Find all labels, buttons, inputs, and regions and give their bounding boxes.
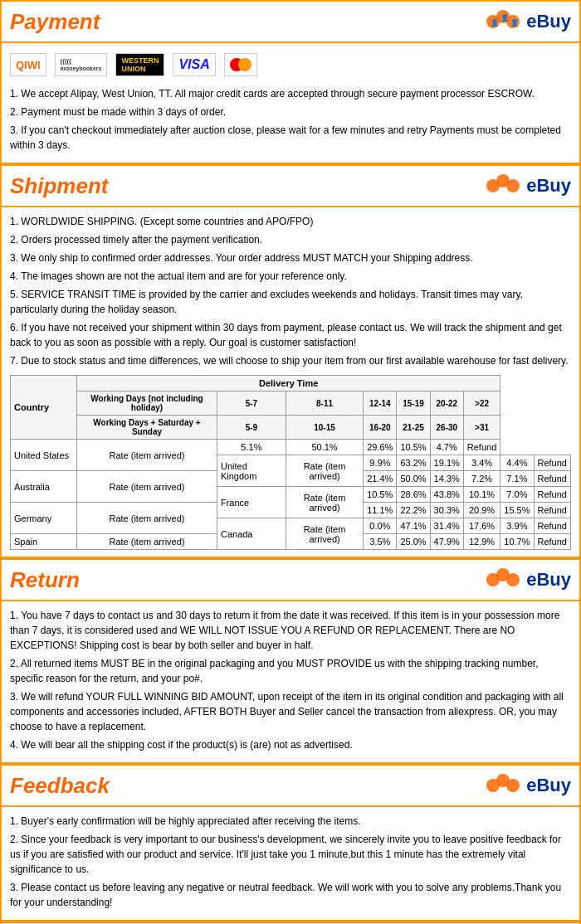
col-wd-header: Working Days (not including holiday) xyxy=(77,391,217,416)
country-3: France xyxy=(217,487,286,518)
shipment-ebuy-label: eBuy xyxy=(526,175,571,197)
val-1-4: 4.4% xyxy=(500,455,534,471)
col-59: 5-9 xyxy=(217,416,286,440)
val-1-2: 19.1% xyxy=(430,455,463,471)
val-0-5: Refund xyxy=(463,440,500,455)
feedback-title: Feedback xyxy=(10,773,110,799)
return-content: 1. You have 7 days to contact us and 30 … xyxy=(0,601,581,764)
feedback-section: Feedback eBuy 1. Buyer's early confirmat… xyxy=(0,764,581,922)
return-title: Return xyxy=(10,567,80,593)
payment-ebuy-logo: 👤 👤 👤 eBuy xyxy=(485,7,571,36)
shipment-text-2: 2. Orders processed timely after the pay… xyxy=(10,232,571,247)
feedback-content: 1. Buyer's early confirmation will be hi… xyxy=(0,807,581,922)
feedback-ebuy-logo: eBuy xyxy=(485,771,571,800)
return-text-2: 2. All returned items MUST BE in the ori… xyxy=(10,656,571,686)
country-4: Germany xyxy=(11,503,77,534)
val-3-4: 7.0% xyxy=(500,487,534,503)
val-4-1: 22.2% xyxy=(397,503,430,518)
val-2-5: Refund xyxy=(534,471,571,487)
shipment-text-5: 5. SERVICE TRANSIT TIME is provided by t… xyxy=(10,287,571,317)
val-4-2: 30.3% xyxy=(430,503,463,518)
return-header: Return eBuy xyxy=(0,558,581,601)
col-811: 8-11 xyxy=(286,391,363,416)
val-0-3: 10.5% xyxy=(397,440,430,455)
val-4-0: 11.1% xyxy=(364,503,397,518)
visa-logo: VISA xyxy=(173,53,215,76)
val-3-1: 28.6% xyxy=(397,487,430,503)
payment-section: Payment 👤 👤 👤 eBuy QIWI (((((moneybooker… xyxy=(0,0,581,164)
mastercard-logo xyxy=(224,53,257,76)
val-2-1: 50.0% xyxy=(397,471,430,487)
feedback-text-2: 2. Since your feedback is very important… xyxy=(10,832,571,877)
return-section: Return eBuy 1. You have 7 days to contac… xyxy=(0,558,581,764)
moneybookers-logo: (((((moneybookers xyxy=(55,53,108,76)
rate-6: Rate (item arrived) xyxy=(77,534,217,550)
shipment-ebuy-logo: eBuy xyxy=(485,171,571,201)
val-4-3: 20.9% xyxy=(463,503,500,518)
country-6: Spain xyxy=(11,534,77,550)
shipment-title: Shipment xyxy=(10,173,108,199)
col-2125: 21-25 xyxy=(397,416,430,440)
val-3-2: 43.8% xyxy=(430,487,463,503)
val-1-5: Refund xyxy=(534,455,571,471)
col-22p: >22 xyxy=(463,391,500,416)
feedback-ebuy-icon xyxy=(485,771,521,800)
return-ebuy-label: eBuy xyxy=(526,569,571,591)
shipment-text-6: 6. If you have not received your shipmen… xyxy=(10,320,571,350)
svg-point-14 xyxy=(506,779,520,792)
val-2-0: 21.4% xyxy=(364,471,397,487)
val-2-4: 7.1% xyxy=(500,471,534,487)
val-0-2: 29.6% xyxy=(364,440,397,455)
return-text-4: 4. We will bear all the shipping cost if… xyxy=(10,737,571,752)
delivery-row-0: United StatesRate (item arrived)5.1%50.1… xyxy=(11,440,571,455)
country-5: Canada xyxy=(217,518,286,550)
western-union-logo: WESTERNUNION xyxy=(115,53,164,76)
shipment-text-3: 3. We only ship to confirmed order addre… xyxy=(10,250,571,265)
val-3-3: 10.1% xyxy=(463,487,500,503)
shipment-content: 1. WORLDWIDE SHIPPING. (Except some coun… xyxy=(0,207,581,558)
col-31p: >31 xyxy=(463,416,500,440)
val-6-2: 47.9% xyxy=(430,534,463,550)
svg-point-11 xyxy=(506,573,520,586)
col-1519: 15-19 xyxy=(397,391,430,416)
payment-text-1: 1. We accept Alipay, West Union, TT. All… xyxy=(10,86,571,101)
val-3-0: 10.5% xyxy=(364,487,397,503)
val-2-3: 7.2% xyxy=(463,471,500,487)
ebuy-icon: 👤 👤 👤 xyxy=(485,7,521,36)
val-3-5: Refund xyxy=(534,487,571,503)
delivery-table: Country Delivery Time Working Days (not … xyxy=(10,375,571,550)
val-6-4: 10.7% xyxy=(500,534,534,550)
feedback-text-1: 1. Buyer's early confirmation will be hi… xyxy=(10,814,571,829)
val-2-2: 14.3% xyxy=(430,471,463,487)
delivery-time-header: Delivery Time xyxy=(77,376,500,391)
val-5-0: 0.0% xyxy=(364,518,397,534)
feedback-ebuy-label: eBuy xyxy=(526,775,571,796)
feedback-header: Feedback eBuy xyxy=(0,764,581,807)
val-5-4: 3.9% xyxy=(500,518,534,534)
val-5-5: Refund xyxy=(534,518,571,534)
country-header: Country xyxy=(11,376,77,440)
shipment-ebuy-icon xyxy=(485,171,521,201)
col-1015: 10-15 xyxy=(286,416,363,440)
country-0: United States xyxy=(11,440,77,471)
shipment-text-4: 4. The images shown are not the actual i… xyxy=(10,269,571,284)
qiwi-logo: QIWI xyxy=(10,53,46,76)
col-1620: 16-20 xyxy=(364,416,397,440)
rate-3: Rate (item arrived) xyxy=(286,487,363,518)
val-6-3: 12.9% xyxy=(463,534,500,550)
payment-text-2: 2. Payment must be made within 3 days of… xyxy=(10,105,571,119)
return-ebuy-icon xyxy=(485,565,521,595)
feedback-text-3: 3. Please contact us before leaving any … xyxy=(10,880,571,910)
return-ebuy-logo: eBuy xyxy=(485,565,571,595)
val-1-0: 9.9% xyxy=(364,455,397,471)
payment-title: Payment xyxy=(10,9,100,35)
val-0-1: 50.1% xyxy=(286,440,363,455)
col-2630: 26-30 xyxy=(430,416,463,440)
shipment-text-7: 7. Due to stock status and time differen… xyxy=(10,353,571,368)
return-text-1: 1. You have 7 days to contact us and 30 … xyxy=(10,608,571,653)
rate-5: Rate (item arrived) xyxy=(286,518,363,550)
shipment-section: Shipment eBuy 1. WORLDWIDE SHIPPING. (Ex… xyxy=(0,164,581,558)
col-57: 5-7 xyxy=(217,391,286,416)
val-0-0: 5.1% xyxy=(217,440,286,455)
svg-text:👤: 👤 xyxy=(500,13,509,22)
